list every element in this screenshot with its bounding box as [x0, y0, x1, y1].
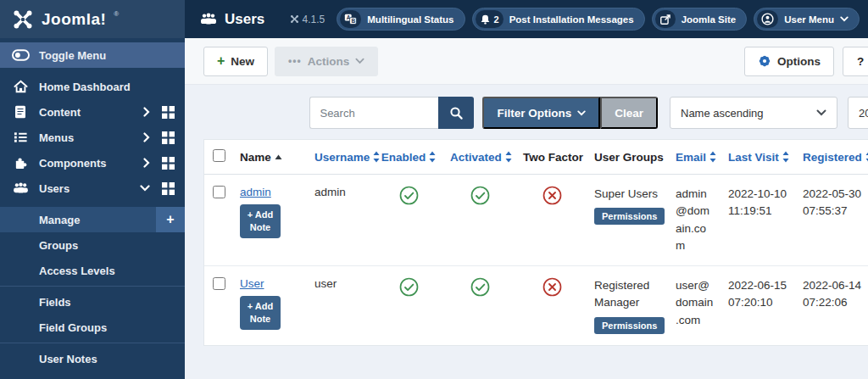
- document-icon: [14, 105, 26, 119]
- search-input[interactable]: [309, 97, 438, 129]
- joomla-logo[interactable]: Joomla! ®: [0, 0, 185, 38]
- home-icon: [14, 80, 28, 93]
- post-installation-messages-button[interactable]: 2 Post Installation Messages: [472, 8, 645, 31]
- main-content: + New ••• Actions Options: [185, 38, 868, 379]
- sort-ascending-icon: [275, 154, 282, 160]
- toggle-menu-button[interactable]: Toggle Menu: [0, 42, 185, 68]
- sidebar-item-fields[interactable]: Fields: [0, 289, 185, 315]
- user-groups-cell: Registered Manager: [594, 277, 662, 312]
- add-note-button[interactable]: + Add Note: [240, 296, 281, 330]
- last-visit-cell: 2022-10-10 11:19:51: [721, 175, 796, 266]
- table-row: admin + Add Note admin: [204, 175, 868, 266]
- clear-button[interactable]: Clear: [600, 97, 658, 129]
- question-mark-icon: ?: [857, 55, 864, 68]
- column-header-email[interactable]: Email: [669, 140, 721, 175]
- username-cell: user: [308, 266, 374, 345]
- enabled-check-icon[interactable]: [399, 186, 419, 205]
- puzzle-icon: [14, 156, 28, 170]
- sidebar-item-components[interactable]: Components: [0, 150, 185, 176]
- sidebar-item-field-groups[interactable]: Field Groups: [0, 315, 185, 340]
- new-button[interactable]: + New: [203, 47, 268, 76]
- sidebar: Toggle Menu Home Dashboard: [0, 38, 185, 379]
- chevron-down-icon: [840, 16, 849, 22]
- multilingual-status-button[interactable]: A B Multilingual Status: [337, 8, 465, 31]
- column-header-registered[interactable]: Registered: [796, 140, 868, 175]
- sidebar-item-manage[interactable]: Manage +: [0, 207, 185, 232]
- toggle-icon: [12, 49, 30, 61]
- sidebar-divider: [0, 343, 185, 343]
- username-cell: admin: [308, 175, 374, 266]
- row-checkbox[interactable]: [213, 277, 225, 290]
- sidebar-item-groups[interactable]: Groups: [0, 232, 185, 258]
- user-menu-button[interactable]: User Menu: [754, 8, 860, 31]
- actions-button[interactable]: ••• Actions: [275, 47, 378, 76]
- sidebar-item-content[interactable]: Content: [0, 99, 185, 125]
- last-visit-cell: 2022-06-15 07:20:10: [721, 266, 796, 345]
- chevron-right-icon: [143, 107, 150, 117]
- sidebar-item-user-note-categories[interactable]: User Note Categories: [0, 371, 185, 379]
- column-header-username[interactable]: Username: [308, 140, 374, 175]
- grid-icon: [162, 131, 175, 144]
- plus-icon: +: [217, 53, 225, 69]
- svg-text:B: B: [352, 18, 356, 24]
- menus-dashboard-grid-button[interactable]: [162, 131, 175, 144]
- sidebar-item-access-levels[interactable]: Access Levels: [0, 258, 185, 283]
- activated-check-icon[interactable]: [470, 277, 490, 297]
- user-name-link[interactable]: admin: [240, 186, 271, 198]
- chevron-right-icon: [143, 132, 150, 142]
- sidebar-item-home-dashboard[interactable]: Home Dashboard: [0, 74, 185, 99]
- plus-icon: +: [248, 301, 253, 311]
- sidebar-item-users[interactable]: Users: [0, 176, 185, 201]
- row-checkbox[interactable]: [213, 186, 225, 198]
- page-size-select[interactable]: 20: [848, 97, 868, 129]
- content-dashboard-grid-button[interactable]: [162, 106, 175, 119]
- permissions-button[interactable]: Permissions: [594, 317, 665, 334]
- column-header-enabled[interactable]: Enabled: [374, 140, 443, 175]
- sort-icon: [505, 151, 512, 163]
- sort-order-select[interactable]: Name ascending: [670, 97, 837, 129]
- email-cell: user@domain.com: [669, 266, 721, 345]
- registered-cell: 2022-05-30 07:55:37: [796, 175, 868, 266]
- column-header-name[interactable]: Name: [233, 140, 308, 175]
- sort-icon: [429, 151, 436, 163]
- users-submenu: Manage + Groups Access Levels Fields Fie…: [0, 207, 185, 379]
- plus-icon: +: [248, 209, 253, 220]
- filter-options-button[interactable]: Filter Options: [482, 97, 600, 129]
- enabled-check-icon[interactable]: [399, 277, 419, 297]
- grid-icon: [162, 106, 175, 119]
- chevron-down-icon: [577, 110, 586, 116]
- translate-icon: A B: [344, 14, 357, 25]
- joomla-site-button[interactable]: Joomla Site: [652, 8, 748, 31]
- users-icon: [13, 182, 29, 194]
- gear-icon: [758, 54, 771, 68]
- help-button[interactable]: ?: [843, 47, 868, 76]
- column-header-two-factor: Two Factor: [516, 140, 587, 175]
- add-user-button[interactable]: +: [156, 207, 185, 232]
- sidebar-item-menus[interactable]: Menus: [0, 125, 185, 150]
- sort-icon: [782, 151, 789, 163]
- grid-icon: [162, 157, 175, 170]
- activated-check-icon[interactable]: [470, 186, 490, 205]
- sidebar-divider: [0, 286, 185, 287]
- toolbar: + New ••• Actions Options: [185, 38, 868, 85]
- notification-badge: 2: [494, 14, 499, 25]
- users-dashboard-grid-button[interactable]: [162, 182, 175, 195]
- column-header-last-visit[interactable]: Last Visit: [721, 140, 796, 175]
- column-header-activated[interactable]: Activated: [443, 140, 516, 175]
- top-bar: Joomla! ® Users: [0, 0, 868, 38]
- registered-cell: 2022-06-14 07:22:06: [796, 266, 868, 345]
- joomla-logo-icon: [12, 8, 34, 31]
- list-icon: [14, 131, 28, 143]
- user-name-link[interactable]: User: [240, 277, 264, 290]
- select-all-checkbox[interactable]: [213, 149, 225, 162]
- chevron-down-icon: [816, 109, 826, 116]
- components-dashboard-grid-button[interactable]: [162, 157, 175, 170]
- options-button[interactable]: Options: [744, 47, 834, 76]
- search-button[interactable]: [438, 97, 474, 129]
- version-label: 4.1.5: [290, 14, 326, 25]
- sidebar-item-user-notes[interactable]: User Notes: [0, 346, 185, 371]
- add-note-button[interactable]: + Add Note: [240, 204, 281, 238]
- permissions-button[interactable]: Permissions: [594, 208, 665, 225]
- table-header-row: Name Username: [204, 140, 868, 175]
- grid-icon: [162, 182, 175, 195]
